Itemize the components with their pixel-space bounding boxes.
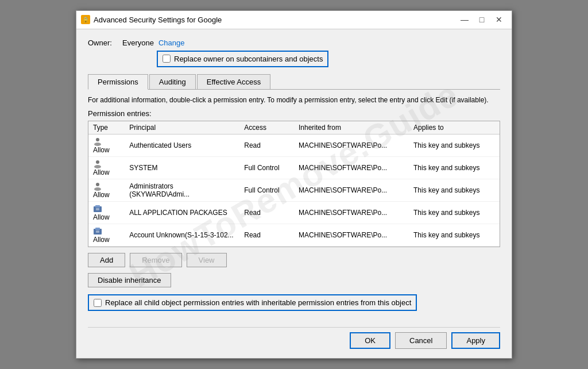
cancel-button[interactable]: Cancel xyxy=(395,332,447,349)
owner-section: Owner: Everyone Change Replace owner on … xyxy=(88,39,500,67)
row-access: Read xyxy=(239,224,294,247)
minimize-button[interactable]: — xyxy=(457,13,473,26)
col-header-principal: Principal xyxy=(125,121,239,134)
permission-table-container: Type Principal Access Inherited from App… xyxy=(88,121,500,247)
title-bar-controls: — □ ✕ xyxy=(457,13,507,26)
row-type-text: Allow xyxy=(93,213,110,221)
tab-auditing[interactable]: Auditing xyxy=(149,74,196,89)
row-principal: ALL APPLICATION PACKAGES xyxy=(125,202,239,224)
row-applies: This key and subkeys xyxy=(409,179,500,202)
row-type-cell: Allow xyxy=(88,224,125,247)
bottom-buttons: OK Cancel Apply xyxy=(88,327,500,349)
user-icon xyxy=(93,160,104,168)
package-icon xyxy=(93,205,104,213)
row-access: Full Control xyxy=(239,179,294,202)
replace-owner-checkbox[interactable] xyxy=(163,55,171,63)
title-icon: 🔒 xyxy=(81,15,90,24)
ok-button[interactable]: OK xyxy=(350,332,390,349)
tab-permissions[interactable]: Permissions xyxy=(88,74,148,90)
action-buttons-row: Add Remove View xyxy=(88,253,500,267)
row-type-cell: Allow xyxy=(88,157,125,179)
title-bar-left: 🔒 Advanced Security Settings for Google xyxy=(81,15,222,24)
owner-value: Everyone xyxy=(122,39,154,47)
row-applies: This key and subkeys xyxy=(409,202,500,224)
user-icon xyxy=(93,182,104,190)
change-owner-link[interactable]: Change xyxy=(158,39,185,47)
table-header-row: Type Principal Access Inherited from App… xyxy=(88,121,500,134)
row-access: Read xyxy=(239,134,294,157)
close-button[interactable]: ✕ xyxy=(491,13,507,26)
table-row[interactable]: AllowAccount Unknown(S-1-15-3-102...Read… xyxy=(88,224,500,247)
disable-inheritance-button[interactable]: Disable inheritance xyxy=(88,273,171,287)
owner-label: Owner: xyxy=(88,39,122,47)
svg-point-2 xyxy=(96,160,99,164)
row-inherited: MACHINE\SOFTWARE\Po... xyxy=(294,179,409,202)
add-button[interactable]: Add xyxy=(88,253,125,267)
replace-child-label[interactable]: Replace all child object permission entr… xyxy=(88,294,417,311)
row-inherited: MACHINE\SOFTWARE\Po... xyxy=(294,157,409,179)
svg-rect-10 xyxy=(95,228,100,230)
row-type-text: Allow xyxy=(93,146,110,154)
row-type-cell: Allow xyxy=(88,202,125,224)
maximize-button[interactable]: □ xyxy=(474,13,490,26)
col-header-access: Access xyxy=(239,121,294,134)
col-header-type: Type xyxy=(88,121,125,134)
replace-child-checkbox[interactable] xyxy=(94,299,102,307)
description-text: For additional information, double-click… xyxy=(88,95,500,105)
apply-button[interactable]: Apply xyxy=(451,332,500,349)
tabs-container: Permissions Auditing Effective Access xyxy=(88,74,500,90)
svg-rect-11 xyxy=(96,230,99,233)
row-principal: Administrators (SKYWARD\Admi... xyxy=(125,179,239,202)
content-area: Owner: Everyone Change Replace owner on … xyxy=(76,29,512,359)
col-header-applies: Applies to xyxy=(409,121,500,134)
window-title: Advanced Security Settings for Google xyxy=(94,16,222,24)
svg-rect-8 xyxy=(96,208,99,210)
row-applies: This key and subkeys xyxy=(409,157,500,179)
row-type-text: Allow xyxy=(93,168,110,176)
col-header-inherited: Inherited from xyxy=(294,121,409,134)
row-inherited: MACHINE\SOFTWARE\Po... xyxy=(294,224,409,247)
permission-table: Type Principal Access Inherited from App… xyxy=(88,121,500,247)
row-type-cell: Allow xyxy=(88,134,125,157)
title-bar: 🔒 Advanced Security Settings for Google … xyxy=(76,11,512,29)
tabs: Permissions Auditing Effective Access xyxy=(88,74,500,89)
row-principal: SYSTEM xyxy=(125,157,239,179)
svg-point-0 xyxy=(96,138,99,141)
svg-point-4 xyxy=(96,183,99,186)
table-row[interactable]: AllowAuthenticated UsersReadMACHINE\SOFT… xyxy=(88,134,500,157)
row-inherited: MACHINE\SOFTWARE\Po... xyxy=(294,134,409,157)
row-applies: This key and subkeys xyxy=(409,134,500,157)
user-icon xyxy=(93,137,104,145)
row-access: Read xyxy=(239,202,294,224)
table-row[interactable]: AllowAdministrators (SKYWARD\Admi...Full… xyxy=(88,179,500,202)
row-principal: Account Unknown(S-1-15-3-102... xyxy=(125,224,239,247)
table-row[interactable]: AllowALL APPLICATION PACKAGESReadMACHINE… xyxy=(88,202,500,224)
row-type-cell: Allow xyxy=(88,179,125,202)
remove-button[interactable]: Remove xyxy=(130,253,181,267)
replace-child-section: Replace all child object permission entr… xyxy=(88,294,500,319)
row-type-text: Allow xyxy=(93,191,110,199)
row-applies: This key and subkeys xyxy=(409,224,500,247)
replace-child-text: Replace all child object permission entr… xyxy=(105,298,411,307)
title-icon-symbol: 🔒 xyxy=(82,17,89,23)
permission-entries-label: Permission entries: xyxy=(88,109,500,118)
row-principal: Authenticated Users xyxy=(125,134,239,157)
row-type-text: Allow xyxy=(93,236,110,244)
row-access: Full Control xyxy=(239,157,294,179)
tab-effective-access[interactable]: Effective Access xyxy=(197,74,270,89)
package-icon xyxy=(93,227,104,235)
owner-row: Owner: Everyone Change xyxy=(88,39,500,47)
view-button[interactable]: View xyxy=(187,253,227,267)
svg-rect-7 xyxy=(95,205,100,207)
replace-owner-text: Replace owner on subcontainers and objec… xyxy=(174,55,323,63)
table-row[interactable]: AllowSYSTEMFull ControlMACHINE\SOFTWARE\… xyxy=(88,157,500,179)
main-window: 🔒 Advanced Security Settings for Google … xyxy=(76,10,512,359)
row-inherited: MACHINE\SOFTWARE\Po... xyxy=(294,202,409,224)
replace-owner-row: Replace owner on subcontainers and objec… xyxy=(122,51,500,67)
replace-owner-label[interactable]: Replace owner on subcontainers and objec… xyxy=(157,51,328,67)
